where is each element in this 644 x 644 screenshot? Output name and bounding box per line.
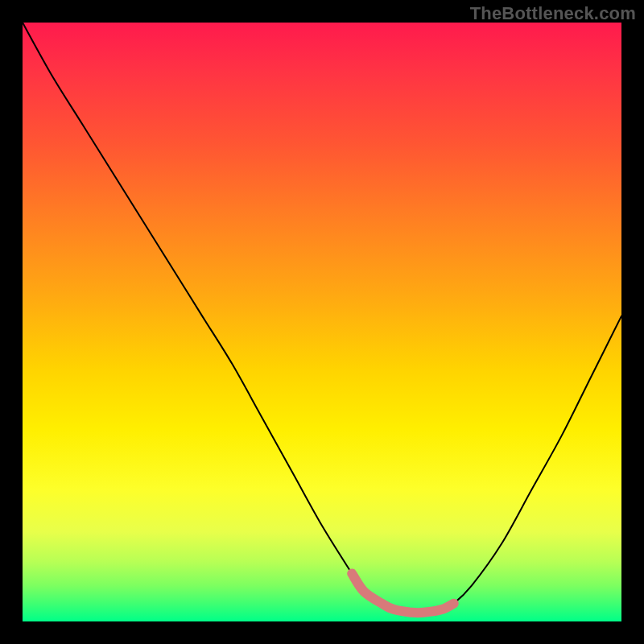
plot-area xyxy=(23,23,621,621)
bottleneck-curve xyxy=(23,23,621,613)
chart-frame: TheBottleneck.com xyxy=(0,0,644,644)
highlight-curve xyxy=(352,574,454,613)
watermark-text: TheBottleneck.com xyxy=(470,3,636,24)
curve-layer xyxy=(23,23,621,621)
